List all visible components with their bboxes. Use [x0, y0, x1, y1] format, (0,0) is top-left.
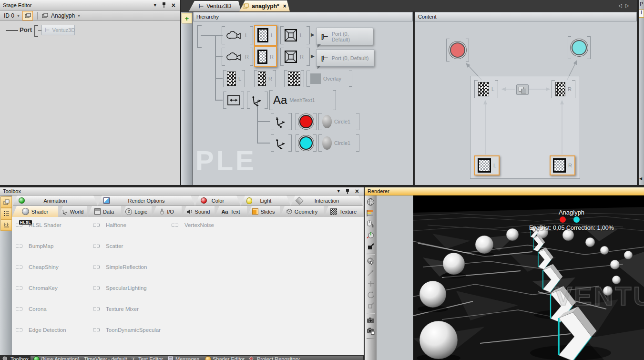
hierarchy-node-rendertarget-left-selected[interactable]: L	[254, 25, 277, 46]
tab-ventuz3d[interactable]: ⊢ Ventuz3D	[189, 1, 241, 11]
toolbox-item-toondynamicspecular[interactable]: ToonDynamicSpecular	[93, 327, 161, 333]
tab-anaglyph[interactable]: anaglyph* ×	[239, 0, 290, 11]
toolbox-item-cheapshiny[interactable]: CheapShiny	[16, 264, 59, 270]
statusbar-item-shader-editor[interactable]: Shader Editor	[213, 356, 245, 360]
hierarchy-node-port-1[interactable]: [⊢ Port (0, Default)	[316, 28, 373, 45]
close-icon[interactable]: ×	[172, 2, 175, 9]
tab-shader[interactable]: Shader	[12, 206, 58, 217]
tab-scroll-right-icon[interactable]: ▷	[625, 3, 629, 8]
hierarchy-node-meshtext[interactable]: Aa MeshText1	[269, 90, 336, 110]
rotate-icon[interactable]	[367, 291, 375, 298]
screenshot-clipboard-icon[interactable]	[367, 327, 375, 335]
hierarchy-node-rendertarget-right-selected[interactable]: R	[254, 46, 277, 67]
stage-id-dropdown[interactable]: ID 0	[4, 12, 14, 19]
tab-animation[interactable]: Animation	[13, 195, 98, 206]
hierarchy-node-axis[interactable]	[271, 134, 292, 152]
tab-logic[interactable]: Z Logic	[121, 206, 152, 217]
hierarchy-node-material-red[interactable]	[296, 113, 317, 130]
toolbox-item-simplereflection[interactable]: SimpleReflection	[93, 264, 147, 270]
hierarchy-node-axis[interactable]	[247, 92, 268, 109]
hierarchy-node-camera-right[interactable]: R	[222, 48, 253, 66]
statusbar-item-project-repository[interactable]: Project Repository	[257, 356, 300, 360]
fullscreen-icon[interactable]	[367, 243, 375, 250]
chevron-down-icon[interactable]: ▾	[337, 189, 340, 194]
statusbar-item-toolbox[interactable]: Toolbox	[10, 356, 29, 360]
content-graph[interactable]: L R L R	[415, 21, 637, 185]
content-node-texture-left[interactable]: L	[474, 80, 498, 98]
globe-icon[interactable]	[367, 198, 375, 206]
hierarchy-node-texture-3[interactable]	[284, 70, 304, 87]
toolbox-item-chromakey[interactable]: ChromaKey	[16, 285, 58, 291]
toolbox-item-scatter[interactable]: Scatter	[93, 243, 123, 249]
screenshot-icon[interactable]	[367, 317, 375, 324]
scale-icon[interactable]	[367, 302, 375, 309]
toolbox-item-corona[interactable]: Corona	[16, 306, 47, 312]
tab-sound[interactable]: Sound	[182, 206, 215, 217]
hierarchy-node-overlay[interactable]: Overlay	[307, 71, 352, 87]
statusbar-item-timeview[interactable]: TimeView - default	[84, 356, 127, 360]
hierarchy-graph[interactable]: PLE L L L ▶ [⊢ Port (0, Default)	[193, 21, 413, 185]
toolbox-item-halftone[interactable]: Halftone	[93, 222, 126, 228]
add-node-button[interactable]: +	[182, 13, 192, 23]
hierarchy-node-circle1-cyan[interactable]: Circle1	[318, 134, 359, 152]
hierarchy-node-port-2[interactable]: [⊢ Port (0, Default)	[316, 49, 374, 67]
hierarchy-node-material-cyan[interactable]	[296, 134, 317, 152]
hierarchy-node-texture-left[interactable]: L	[223, 70, 245, 87]
tab-color[interactable]: Color	[195, 195, 241, 206]
tab-slides[interactable]: Slides	[247, 206, 280, 217]
content-node-rendertarget-right-selected[interactable]: R	[550, 155, 575, 175]
toolbox-list-view-button[interactable]	[0, 208, 12, 219]
orbit-camera-icon[interactable]	[367, 257, 375, 266]
hierarchy-node-circle1-red[interactable]: Circle1	[318, 113, 359, 130]
toolbox-item-vertexnoise[interactable]: VertexNoise	[172, 222, 214, 228]
tab-texture[interactable]: Texture	[324, 206, 363, 217]
tab-geometry[interactable]: Geometry	[280, 206, 324, 217]
toolbox-item-bumpmap[interactable]: BumpMap	[16, 243, 53, 249]
tab-interaction[interactable]: Interaction	[291, 195, 363, 206]
statusbar-item-text-editor[interactable]: Text Editor	[138, 356, 163, 360]
tab-io[interactable]: I/O	[152, 206, 182, 217]
render-stats-icon[interactable]	[367, 209, 375, 217]
chevron-down-icon[interactable]: ▾	[17, 13, 20, 18]
chevron-down-icon[interactable]: ▾	[78, 13, 80, 18]
stage-port-node[interactable]: ⊢ Ventuz3D	[41, 25, 75, 35]
hierarchy-node-axis[interactable]	[271, 113, 292, 130]
toolbox-import-button[interactable]	[0, 219, 12, 231]
statusbar-item-new-animation[interactable]: {New Animation}	[41, 356, 80, 360]
stage-name-dropdown[interactable]: Anaglyph	[51, 12, 75, 19]
hierarchy-node-camera-left[interactable]: L	[222, 26, 253, 44]
renderer-viewport[interactable]: VENTU Anaglyph EyeDist: 0,05 Correction:…	[413, 195, 644, 360]
tab-light[interactable]: Light	[241, 195, 291, 206]
pin-icon[interactable]	[345, 188, 350, 195]
toolbox-group-view-button[interactable]	[0, 196, 12, 208]
measure-icon[interactable]	[367, 269, 375, 277]
tab-render-options[interactable]: Render Options	[98, 195, 195, 206]
hierarchy-node-texture-right[interactable]: R	[254, 70, 276, 87]
tab-text[interactable]: Aa Text	[215, 206, 247, 217]
gizmo-icon[interactable]	[367, 231, 375, 239]
input-devices-icon[interactable]	[367, 220, 375, 228]
statusbar-item-messages[interactable]: Messages	[175, 356, 199, 360]
hierarchy-node-frame-right[interactable]: R	[280, 48, 310, 66]
hierarchy-node-layout[interactable]	[223, 92, 244, 109]
toolbox-item-edge-detection[interactable]: Edge Detection	[16, 327, 66, 333]
close-icon[interactable]: ×	[283, 3, 286, 10]
content-node-texture-right[interactable]: R	[552, 80, 575, 98]
pin-icon[interactable]	[162, 2, 166, 8]
move-icon[interactable]	[367, 280, 375, 288]
toolbox-item-texture-mixer[interactable]: Texture Mixer	[93, 306, 139, 312]
toolbox-item-specularlighting[interactable]: SpecularLighting	[93, 285, 147, 291]
hierarchy-node-frame-left[interactable]: L	[280, 26, 310, 44]
content-node-material-cyan[interactable]	[568, 36, 591, 59]
properties-collapsed-strip[interactable]: P I ◀	[639, 0, 644, 186]
stage-layout-button[interactable]	[22, 11, 33, 21]
content-node-rendertarget-left-selected[interactable]: L	[474, 155, 500, 175]
toolbox-item-hlsl-shader[interactable]: HLSL HLSL Shader	[16, 222, 61, 228]
close-icon[interactable]: ×	[355, 188, 359, 195]
content-node-material-red[interactable]	[446, 39, 469, 62]
tab-data[interactable]: Data	[87, 206, 121, 217]
collapse-arrow-icon[interactable]: ◀	[639, 176, 642, 181]
chevron-down-icon[interactable]: ▾	[154, 3, 156, 8]
properties-strip-item[interactable]: I	[639, 10, 644, 18]
tab-world[interactable]: World	[58, 206, 87, 217]
